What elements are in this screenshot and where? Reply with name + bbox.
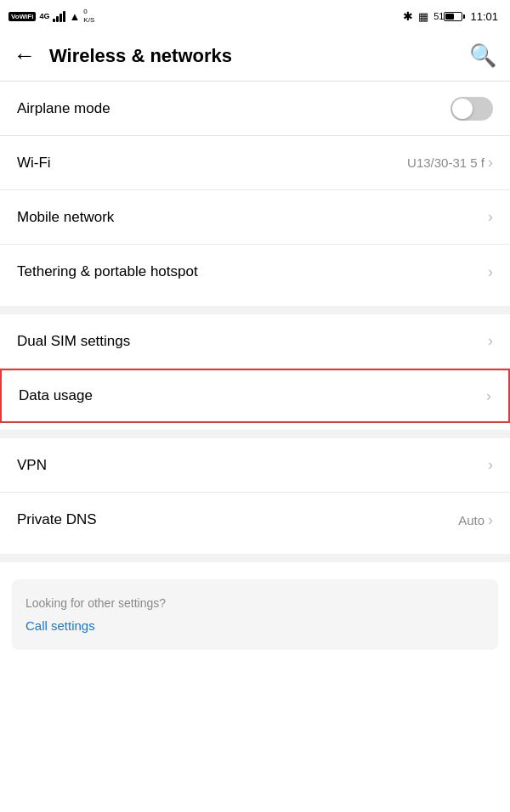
app-bar: ← Wireless & networks 🔍: [0, 31, 510, 82]
vibrate-icon: ▦: [418, 10, 428, 23]
data-usage-chevron-icon: ›: [486, 387, 491, 405]
wifi-label: Wi-Fi: [17, 155, 51, 172]
page-title: Wireless & networks: [49, 45, 469, 67]
item-right-wifi: U13/30-31 5 f ›: [407, 154, 493, 172]
private-dns-chevron-icon: ›: [488, 511, 493, 529]
item-left-private-dns: Private DNS: [17, 511, 97, 528]
battery-tip: [463, 14, 465, 19]
settings-item-tethering[interactable]: Tethering & portable hotspot ›: [0, 245, 510, 299]
item-left-vpn: VPN: [17, 457, 47, 474]
data-speed: 0 K/S: [83, 8, 94, 24]
settings-item-airplane-mode[interactable]: Airplane mode: [0, 82, 510, 136]
bluetooth-icon: ✱: [403, 9, 413, 23]
signal-bars: [53, 10, 65, 22]
dual-sim-label: Dual SIM settings: [17, 333, 130, 350]
wifi-current-network: U13/30-31 5 f: [407, 155, 484, 170]
network-type-label: 4G: [39, 13, 49, 20]
mobile-network-chevron-icon: ›: [488, 208, 493, 226]
vowifi-badge: VoWiFi: [8, 12, 36, 21]
search-button[interactable]: 🔍: [469, 42, 496, 69]
item-right-dual-sim: ›: [488, 332, 493, 350]
settings-item-private-dns[interactable]: Private DNS Auto ›: [0, 493, 510, 547]
private-dns-label: Private DNS: [17, 511, 97, 528]
settings-item-data-usage[interactable]: Data usage ›: [0, 369, 510, 423]
tethering-chevron-icon: ›: [488, 263, 493, 281]
dual-sim-chevron-icon: ›: [488, 332, 493, 350]
item-right-airplane: [450, 97, 493, 121]
airplane-mode-label: Airplane mode: [17, 100, 110, 117]
status-bar: VoWiFi 4G ▲ 0 K/S ✱ ▦ 51 11:01: [0, 0, 510, 31]
data-unit: K/S: [83, 16, 94, 25]
toggle-thumb: [452, 99, 473, 119]
settings-section-3: VPN › Private DNS Auto ›: [0, 438, 510, 547]
signal-bar-3: [60, 14, 62, 22]
item-left: Airplane mode: [17, 100, 110, 117]
battery-percent: 51: [434, 11, 444, 21]
section-divider-2: [0, 430, 510, 438]
data-usage-label: Data usage: [19, 387, 93, 404]
vpn-chevron-icon: ›: [488, 456, 493, 474]
item-left-tethering: Tethering & portable hotspot: [17, 263, 198, 280]
settings-item-vpn[interactable]: VPN ›: [0, 438, 510, 493]
settings-section-2: Dual SIM settings › Data usage ›: [0, 314, 510, 423]
settings-item-dual-sim[interactable]: Dual SIM settings ›: [0, 314, 510, 369]
airplane-mode-toggle[interactable]: [450, 97, 493, 121]
battery-body: [444, 12, 462, 21]
bottom-card: Looking for other settings? Call setting…: [12, 579, 498, 650]
data-down: 0: [83, 8, 94, 16]
item-left-wifi: Wi-Fi: [17, 155, 51, 172]
private-dns-value: Auto: [458, 513, 484, 527]
item-right-tethering: ›: [488, 263, 493, 281]
settings-item-wifi[interactable]: Wi-Fi U13/30-31 5 f ›: [0, 136, 510, 190]
clock: 11:01: [470, 10, 498, 23]
signal-bar-1: [53, 19, 55, 22]
section-divider-3: [0, 554, 510, 562]
signal-bar-2: [56, 16, 59, 22]
back-button[interactable]: ←: [14, 42, 36, 69]
wifi-signal-icon: ▲: [69, 10, 80, 23]
item-right-mobile: ›: [488, 208, 493, 226]
section-divider-1: [0, 306, 510, 314]
bottom-card-text: Looking for other settings?: [26, 596, 484, 610]
status-right: ✱ ▦ 51 11:01: [403, 9, 498, 23]
tethering-label: Tethering & portable hotspot: [17, 263, 198, 280]
item-left-dual-sim: Dual SIM settings: [17, 333, 130, 350]
mobile-network-label: Mobile network: [17, 209, 114, 226]
settings-section-1: Airplane mode Wi-Fi U13/30-31 5 f › Mobi…: [0, 82, 510, 299]
item-left-mobile: Mobile network: [17, 209, 114, 226]
wifi-chevron-icon: ›: [488, 154, 493, 172]
battery-container: 51: [434, 11, 465, 21]
item-right-data-usage: ›: [486, 387, 491, 405]
item-right-private-dns: Auto ›: [458, 511, 493, 529]
signal-bar-4: [63, 11, 65, 22]
item-right-vpn: ›: [488, 456, 493, 474]
call-settings-link[interactable]: Call settings: [26, 618, 484, 633]
item-left-data-usage: Data usage: [19, 387, 93, 404]
battery-fill: [445, 14, 453, 20]
status-left: VoWiFi 4G ▲ 0 K/S: [8, 8, 94, 24]
vpn-label: VPN: [17, 457, 47, 474]
settings-item-mobile-network[interactable]: Mobile network ›: [0, 190, 510, 245]
